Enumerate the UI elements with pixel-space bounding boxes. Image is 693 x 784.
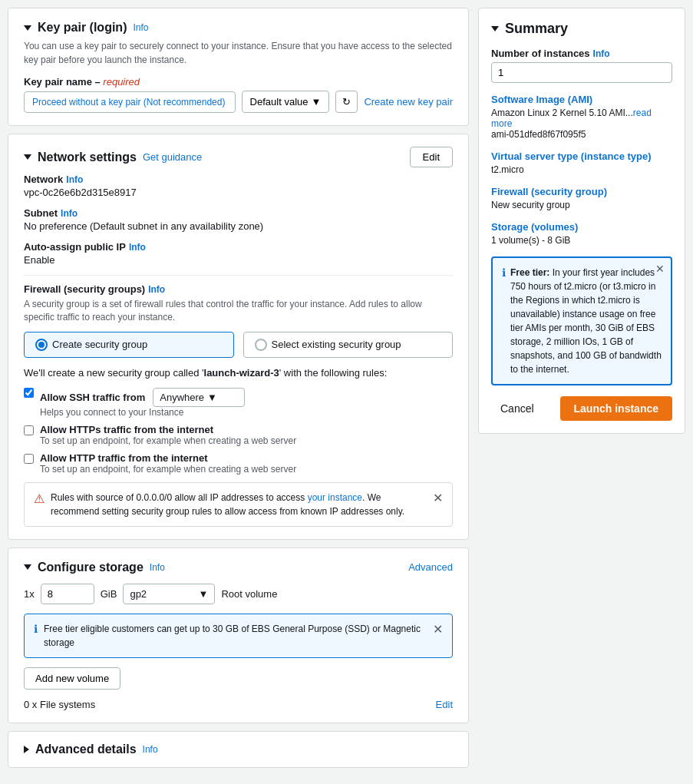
summary-firewall-label[interactable]: Firewall (security group) [491,186,672,197]
storage-type-value: gp2 [130,588,147,600]
warning-box: ⚠ Rules with source of 0.0.0.0/0 allow a… [24,482,453,527]
summary-title: Summary [491,21,672,37]
default-value-button[interactable]: Default value ▼ [242,91,330,113]
storage-size-input[interactable] [41,584,94,604]
warning-icon: ⚠ [34,491,45,506]
summary-storage-label[interactable]: Storage (volumes) [491,221,672,233]
firewall-label: Firewall (security groups) Info [24,283,453,295]
storage-type-select[interactable]: gp2 ▼ [123,584,215,604]
subnet-label: Subnet Info [24,207,453,219]
storage-row: 1x GiB gp2 ▼ Root volume [24,584,453,604]
summary-instances-info-link[interactable]: Info [593,48,610,59]
create-sg-radio [35,339,48,351]
ssh-checkbox[interactable] [24,388,34,398]
summary-firewall-field: Firewall (security group) New security g… [491,186,672,210]
create-sg-option[interactable]: Create security group [24,332,234,358]
free-tier-info-icon: ℹ [502,266,506,279]
http-desc: To set up an endpoint, for example when … [40,464,453,475]
advanced-title: Advanced details [35,743,137,756]
select-sg-option[interactable]: Select existing security group [243,332,454,358]
storage-header-row: Configure storage Info Advanced [24,561,453,574]
keypair-info-link[interactable]: Info [133,22,148,33]
advanced-expand-row[interactable]: Advanced details Info [24,743,453,756]
summary-actions: Cancel Launch instance [491,396,672,421]
free-tier-text: Free tier: In your first year includes 7… [510,266,662,376]
summary-instances-label: Number of instances Info [491,48,672,59]
ssh-location-value: Anywhere [160,392,204,403]
subnet-info-link[interactable]: Info [61,208,78,219]
keypair-select-value: Proceed without a key pair (Not recommen… [32,97,225,108]
network-label: Network Info [24,174,453,185]
network-section: Network settings Get guidance Edit Netwo… [8,134,469,540]
https-label: Allow HTTPs traffic from the internet [40,424,453,435]
advanced-expand-icon [24,746,29,753]
ssh-content: Allow SSH traffic from Anywhere ▼ Helps … [40,388,453,418]
storage-info-link[interactable]: Info [150,562,165,573]
summary-ami-label[interactable]: Software Image (AMI) [491,94,672,105]
summary-collapse-icon[interactable] [491,26,499,31]
network-edit-button[interactable]: Edit [410,147,453,167]
auto-assign-field: Auto-assign public IP Info Enable [24,241,453,266]
storage-info-box: ℹ Free tier eligible customers can get u… [24,614,453,658]
firewall-info-link[interactable]: Info [148,284,165,295]
keypair-select[interactable]: Proceed without a key pair (Not recommen… [24,91,236,113]
http-label: Allow HTTP traffic from the internet [40,452,453,464]
storage-advanced-link[interactable]: Advanced [408,561,453,573]
storage-info-text: Free tier eligible customers can get up … [44,622,427,650]
select-sg-label: Select existing security group [272,339,401,350]
ssh-location-select[interactable]: Anywhere ▼ [153,388,245,407]
storage-info-close-button[interactable]: ✕ [433,622,443,637]
launch-instance-button[interactable]: Launch instance [560,396,672,421]
network-collapse-icon[interactable] [24,154,31,160]
auto-assign-label: Auto-assign public IP Info [24,241,453,253]
ssh-header: Allow SSH traffic from Anywhere ▼ [40,388,453,407]
add-volume-button[interactable]: Add new volume [24,667,120,690]
sg-name-text: We'll create a new security group called… [24,367,453,379]
auto-assign-info-link[interactable]: Info [129,242,146,253]
storage-info-icon: ℹ [34,623,38,635]
create-sg-label: Create security group [52,339,147,350]
summary-instances-field: Number of instances Info [491,48,672,83]
auto-assign-value: Enable [24,254,453,266]
http-checkbox[interactable] [24,454,34,464]
http-content: Allow HTTP traffic from the internet To … [40,452,453,475]
subnet-value: No preference (Default subnet in any ava… [24,220,453,232]
summary-instance-type-label[interactable]: Virtual server type (instance type) [491,151,672,162]
refresh-icon: ↻ [342,96,351,108]
summary-ami-value: Amazon Linux 2 Kernel 5.10 AMI...read mo… [491,108,672,140]
free-tier-box: ℹ Free tier: In your first year includes… [491,256,672,385]
https-desc: To set up an endpoint, for example when … [40,435,453,446]
ssh-hint: Helps you connect to your Instance [40,407,453,418]
storage-vol-label: Root volume [221,588,277,600]
keypair-collapse-icon[interactable] [24,25,31,31]
summary-instance-type-field: Virtual server type (instance type) t2.m… [491,151,672,175]
https-content: Allow HTTPs traffic from the internet To… [40,424,453,446]
network-field: Network Info vpc-0c26e6b2d315e8917 [24,174,453,198]
network-guidance-link[interactable]: Get guidance [143,151,202,163]
firewall-desc: A security group is a set of firewall ru… [24,298,453,324]
warning-text: Rules with source of 0.0.0.0/0 allow all… [51,491,427,518]
create-key-pair-link[interactable]: Create new key pair [364,96,453,108]
file-systems-edit-link[interactable]: Edit [436,699,453,710]
summary-storage-field: Storage (volumes) 1 volume(s) - 8 GiB [491,221,672,246]
refresh-button[interactable]: ↻ [335,91,358,113]
storage-header-left: Configure storage Info [24,561,165,574]
warning-close-button[interactable]: ✕ [433,491,443,505]
advanced-info-link[interactable]: Info [143,744,158,755]
keypair-description: You can use a key pair to securely conne… [24,39,453,67]
network-info-link[interactable]: Info [66,174,83,185]
ssh-rule-row: Allow SSH traffic from Anywhere ▼ Helps … [24,388,453,418]
storage-multiplier: 1x [24,588,35,600]
summary-panel: Summary Number of instances Info Softwar… [478,8,685,768]
select-sg-radio [255,339,267,351]
keypair-field-label: Key pair name – required [24,76,453,88]
storage-section: Configure storage Info Advanced 1x GiB g… [8,547,469,723]
advanced-section: Advanced details Info [8,731,469,768]
free-tier-close-button[interactable]: ✕ [655,263,665,275]
summary-firewall-value: New security group [491,200,672,210]
https-checkbox[interactable] [24,425,34,435]
instances-input[interactable] [491,62,672,83]
cancel-button[interactable]: Cancel [491,398,543,419]
network-title: Network settings [38,151,137,164]
storage-collapse-icon[interactable] [24,564,31,570]
